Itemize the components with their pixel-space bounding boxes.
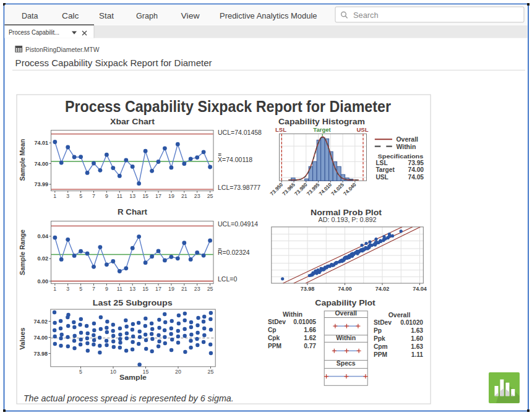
svg-text:PPM: PPM (374, 351, 387, 358)
svg-text:LCL=0: LCL=0 (218, 275, 237, 283)
svg-text:73.99: 73.99 (34, 181, 48, 187)
svg-text:9: 9 (105, 193, 108, 199)
svg-text:25: 25 (207, 193, 213, 199)
svg-text:USL: USL (375, 174, 388, 181)
svg-text:Last 25 Subgroups: Last 25 Subgroups (93, 298, 173, 307)
svg-text:PistonRingDiameter.MTW: PistonRingDiameter.MTW (25, 46, 100, 53)
svg-text:1.11: 1.11 (411, 351, 424, 358)
svg-text:The actual process spread is r: The actual process spread is represented… (24, 393, 234, 403)
svg-text:Specifications: Specifications (378, 153, 424, 160)
svg-text:20: 20 (175, 369, 181, 375)
svg-text:1: 1 (53, 193, 56, 199)
svg-text:Cp: Cp (268, 327, 277, 333)
svg-text:5: 5 (79, 286, 82, 292)
svg-text:Values: Values (19, 328, 26, 350)
svg-text:R Chart: R Chart (118, 207, 148, 216)
svg-text:Cpk: Cpk (268, 335, 280, 341)
svg-text:Sample Range: Sample Range (19, 229, 26, 275)
svg-text:25: 25 (207, 286, 213, 292)
svg-text:17: 17 (155, 286, 161, 292)
svg-text:Predictive Analytics Module: Predictive Analytics Module (220, 11, 317, 20)
svg-text:0.00: 0.00 (37, 278, 48, 285)
svg-text:74.00: 74.00 (34, 161, 48, 167)
svg-text:PPM: PPM (268, 343, 281, 349)
svg-text:Sample: Sample (119, 374, 147, 381)
svg-text:Specs: Specs (337, 359, 356, 367)
svg-text:Within: Within (396, 143, 416, 150)
svg-text:Graph: Graph (136, 11, 158, 20)
svg-text:73.98: 73.98 (301, 286, 315, 292)
svg-text:Ppk: Ppk (374, 335, 385, 342)
svg-text:Sample Mean: Sample Mean (19, 139, 26, 181)
svg-text:11: 11 (117, 286, 122, 292)
svg-text:LSL: LSL (375, 160, 387, 166)
svg-text:0.77: 0.77 (304, 343, 316, 349)
svg-text:1.63: 1.63 (411, 343, 423, 350)
svg-text:23: 23 (194, 286, 200, 292)
svg-text:0.02: 0.02 (37, 255, 48, 262)
svg-text:Within: Within (283, 310, 302, 318)
svg-text:1.62: 1.62 (304, 335, 316, 341)
svg-text:9: 9 (105, 286, 108, 292)
svg-text:StDev: StDev (374, 319, 392, 326)
svg-text:23: 23 (194, 193, 200, 199)
svg-text:74.05: 74.05 (408, 174, 424, 181)
svg-text:LCL=73.98777: LCL=73.98777 (218, 184, 260, 191)
svg-text:3: 3 (66, 286, 69, 292)
svg-text:R=0.02324: R=0.02324 (218, 249, 250, 256)
svg-text:Calc: Calc (62, 11, 79, 20)
svg-text:3: 3 (66, 193, 69, 199)
svg-text:13: 13 (129, 193, 135, 199)
svg-text:17: 17 (155, 193, 161, 199)
svg-text:AD: 0.193, P: 0.892: AD: 0.193, P: 0.892 (319, 216, 377, 223)
svg-text:10: 10 (110, 369, 116, 375)
svg-text:X=74.00118: X=74.00118 (218, 156, 252, 163)
svg-text:13: 13 (129, 286, 135, 292)
svg-text:Overall: Overall (388, 311, 411, 319)
svg-text:Process Capability Sixpack Rep: Process Capability Sixpack Report for Di… (15, 58, 212, 68)
svg-text:0.01005: 0.01005 (293, 319, 316, 325)
svg-text:Pp: Pp (374, 327, 382, 334)
svg-text:19: 19 (168, 286, 174, 292)
svg-text:15: 15 (142, 193, 148, 199)
svg-text:Search: Search (353, 11, 379, 20)
svg-text:USL: USL (357, 126, 369, 133)
svg-text:7: 7 (92, 193, 95, 199)
svg-text:Process Capability Sixpack Rep: Process Capability Sixpack Report for Di… (65, 98, 391, 115)
svg-text:Target: Target (313, 126, 331, 133)
svg-text:73.98: 73.98 (33, 351, 48, 357)
svg-text:Stat: Stat (99, 11, 114, 20)
svg-text:StDev: StDev (268, 319, 286, 325)
svg-text:0.04: 0.04 (37, 233, 48, 239)
svg-text:Capability Plot: Capability Plot (315, 298, 375, 307)
svg-text:7: 7 (92, 286, 95, 292)
svg-text:73.95: 73.95 (408, 160, 424, 166)
svg-text:Data: Data (22, 11, 38, 20)
svg-text:Process Capabilit...: Process Capabilit... (9, 28, 59, 36)
svg-text:74.02: 74.02 (375, 286, 390, 292)
svg-text:0.01020: 0.01020 (400, 319, 423, 326)
svg-text:Within: Within (336, 334, 356, 341)
svg-text:15: 15 (142, 286, 148, 292)
svg-text:Target: Target (375, 166, 395, 173)
svg-text:5: 5 (79, 193, 82, 199)
svg-text:5: 5 (79, 369, 82, 375)
svg-text:1.63: 1.63 (411, 327, 423, 334)
svg-text:View: View (181, 11, 200, 20)
svg-text:Cpm: Cpm (374, 343, 388, 350)
svg-text:74.00: 74.00 (408, 166, 424, 173)
svg-text:LSL: LSL (275, 126, 286, 133)
svg-text:21: 21 (181, 286, 187, 292)
svg-text:74.02: 74.02 (33, 319, 48, 325)
svg-text:25: 25 (208, 369, 214, 375)
svg-text:11: 11 (117, 193, 122, 199)
svg-text:21: 21 (181, 193, 187, 199)
svg-text:1: 1 (53, 286, 56, 292)
svg-text:19: 19 (168, 193, 174, 199)
svg-text:Capability Histogram: Capability Histogram (278, 117, 365, 126)
svg-text:Xbar Chart: Xbar Chart (110, 117, 155, 126)
svg-text:74.00: 74.00 (33, 335, 48, 341)
svg-text:74.00: 74.00 (338, 286, 352, 292)
svg-text:UCL=74.01458: UCL=74.01458 (218, 129, 262, 136)
svg-text:UCL=0.04914: UCL=0.04914 (218, 220, 258, 228)
